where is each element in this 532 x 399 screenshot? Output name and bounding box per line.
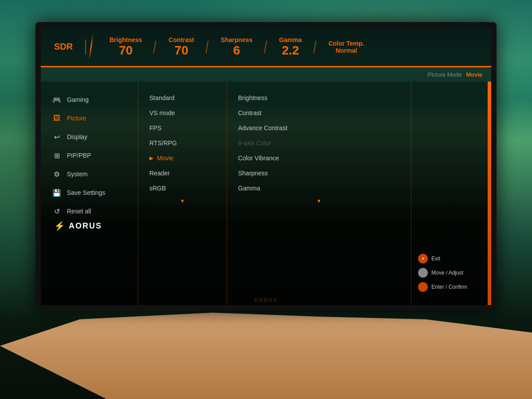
vs-mode-label: VS mode bbox=[149, 109, 175, 116]
reader-label: Reader bbox=[149, 170, 170, 177]
sharpness-label: Sharpness bbox=[221, 36, 253, 43]
sub-item-standard[interactable]: Standard bbox=[143, 90, 222, 105]
reset-all-label: Reset all bbox=[67, 208, 91, 215]
enter-btn-icon bbox=[418, 282, 428, 292]
picture-mode-label: Picture Mode bbox=[428, 71, 462, 78]
contrast-label: Contrast bbox=[168, 36, 194, 43]
display-icon: ↩ bbox=[52, 132, 62, 142]
pip-icon: ⊞ bbox=[52, 151, 62, 160]
right-color-vibrance-label: Color Vibrance bbox=[238, 155, 279, 162]
menu-right: Brightness Contrast Advance Contrast 6-a… bbox=[227, 81, 411, 305]
sub-item-srgb[interactable]: sRGB bbox=[143, 181, 222, 196]
svg-point-3 bbox=[421, 285, 425, 289]
system-icon: ⚙ bbox=[52, 169, 62, 179]
menu-item-pip-pbp[interactable]: ⊞ PIP/PBP bbox=[45, 146, 133, 165]
aorus-logo: ⚡ AORUS bbox=[54, 221, 142, 231]
control-enter-confirm: Enter / Confirm bbox=[418, 282, 485, 292]
srgb-label: sRGB bbox=[149, 185, 166, 192]
menu-item-reset-all[interactable]: ↺ Reset all bbox=[45, 202, 133, 221]
color-temp-label: Color Temp. bbox=[329, 40, 364, 47]
menu-item-gaming[interactable]: 🎮 Gaming bbox=[45, 90, 133, 109]
pip-label: PIP/PBP bbox=[67, 152, 91, 159]
move-adjust-label: Move / Adjust bbox=[431, 270, 463, 276]
aorus-brand-text: AORUS bbox=[69, 221, 102, 231]
sub-item-vs-mode[interactable]: VS mode bbox=[143, 105, 222, 120]
menu-item-system[interactable]: ⚙ System bbox=[45, 165, 133, 183]
display-label: Display bbox=[67, 133, 87, 140]
right-item-brightness[interactable]: Brightness bbox=[231, 90, 407, 105]
menu-middle: Standard VS mode FPS RTS/RPG ▶ Movie bbox=[138, 81, 227, 305]
right-item-color-vibrance[interactable]: Color Vibrance bbox=[231, 151, 407, 166]
right-sharpness-label: Sharpness bbox=[238, 170, 268, 177]
right-scroll-indicator: ▼ bbox=[231, 196, 407, 206]
right-brightness-label: Brightness bbox=[238, 94, 267, 101]
exit-label: Exit bbox=[431, 256, 440, 262]
screen: SDR Brightness 70 Contrast 70 Sharpness … bbox=[41, 27, 491, 305]
right-accent-bar bbox=[488, 81, 491, 305]
gaming-icon: 🎮 bbox=[52, 95, 62, 105]
right-item-advance-contrast[interactable]: Advance Contrast bbox=[231, 120, 407, 136]
sub-item-movie[interactable]: ▶ Movie bbox=[143, 151, 222, 166]
contrast-stat: Contrast 70 bbox=[155, 36, 207, 58]
sub-item-fps[interactable]: FPS bbox=[143, 120, 222, 136]
control-exit: ✕ Exit bbox=[418, 254, 485, 263]
right-item-6axis-color[interactable]: 6-axis Color bbox=[231, 136, 407, 151]
stats-bar: SDR Brightness 70 Contrast 70 Sharpness … bbox=[41, 27, 491, 67]
gamma-label: Gamma bbox=[279, 36, 302, 43]
right-gamma-label: Gamma bbox=[238, 185, 260, 192]
contrast-value: 70 bbox=[175, 43, 188, 58]
brightness-stat: Brightness 70 bbox=[96, 36, 155, 58]
svg-text:✕: ✕ bbox=[422, 257, 425, 261]
standard-label: Standard bbox=[149, 94, 175, 101]
sdr-label: SDR bbox=[54, 42, 86, 52]
enter-confirm-label: Enter / Confirm bbox=[431, 284, 467, 290]
movie-label: Movie bbox=[157, 155, 173, 162]
svg-point-2 bbox=[421, 271, 425, 275]
gaming-label: Gaming bbox=[67, 96, 89, 103]
picture-mode-bar: Picture Mode Movie bbox=[41, 67, 491, 81]
reset-icon: ↺ bbox=[52, 206, 62, 216]
save-icon: 💾 bbox=[52, 188, 62, 198]
control-move-adjust: Move / Adjust bbox=[418, 268, 485, 278]
exit-btn-icon: ✕ bbox=[418, 254, 428, 263]
gamma-value: 2.2 bbox=[282, 43, 299, 58]
right-advance-contrast-label: Advance Contrast bbox=[238, 124, 287, 132]
move-btn-icon bbox=[418, 268, 428, 278]
sharpness-stat: Sharpness 6 bbox=[207, 36, 266, 58]
menu-item-display[interactable]: ↩ Display bbox=[45, 128, 133, 146]
brightness-label: Brightness bbox=[110, 36, 142, 43]
system-label: System bbox=[67, 170, 88, 178]
brightness-value: 70 bbox=[119, 43, 133, 58]
sub-item-reader[interactable]: Reader bbox=[143, 166, 222, 181]
rts-rpg-label: RTS/RPG bbox=[149, 139, 177, 147]
controls-hint: ✕ Exit Move / Adjust Ente bbox=[411, 81, 491, 305]
active-arrow-icon: ▶ bbox=[149, 155, 153, 161]
monitor: SDR Brightness 70 Contrast 70 Sharpness … bbox=[35, 22, 497, 310]
fps-label: FPS bbox=[149, 124, 161, 132]
right-contrast-label: Contrast bbox=[238, 109, 262, 116]
color-temp-sublabel: Normal bbox=[336, 47, 357, 54]
picture-label: Picture bbox=[67, 115, 86, 122]
aorus-wing-icon: ⚡ bbox=[54, 221, 66, 231]
osd-overlay: SDR Brightness 70 Contrast 70 Sharpness … bbox=[41, 27, 491, 305]
menu-item-save-settings[interactable]: 💾 Save Settings bbox=[45, 183, 133, 202]
menu-left: 🎮 Gaming 🖼 Picture ↩ Display ⊞ PIP/PBP bbox=[41, 81, 138, 305]
right-item-gamma[interactable]: Gamma bbox=[231, 181, 407, 196]
sharpness-value: 6 bbox=[233, 43, 240, 58]
color-temp-stat: Color Temp. Normal bbox=[315, 40, 364, 54]
sub-item-rts-rpg[interactable]: RTS/RPG bbox=[143, 136, 222, 151]
osd-panel: 🎮 Gaming 🖼 Picture ↩ Display ⊞ PIP/PBP bbox=[41, 81, 491, 305]
gamma-stat: Gamma 2.2 bbox=[266, 36, 315, 58]
right-6axis-label: 6-axis Color bbox=[238, 139, 271, 147]
right-item-contrast[interactable]: Contrast bbox=[231, 105, 407, 120]
save-settings-label: Save Settings bbox=[67, 189, 105, 196]
picture-mode-value: Movie bbox=[466, 71, 482, 78]
menu-item-picture[interactable]: 🖼 Picture bbox=[45, 109, 133, 128]
right-item-sharpness[interactable]: Sharpness bbox=[231, 166, 407, 181]
scroll-down-indicator: ▼ bbox=[143, 196, 222, 206]
picture-icon: 🖼 bbox=[52, 113, 62, 123]
